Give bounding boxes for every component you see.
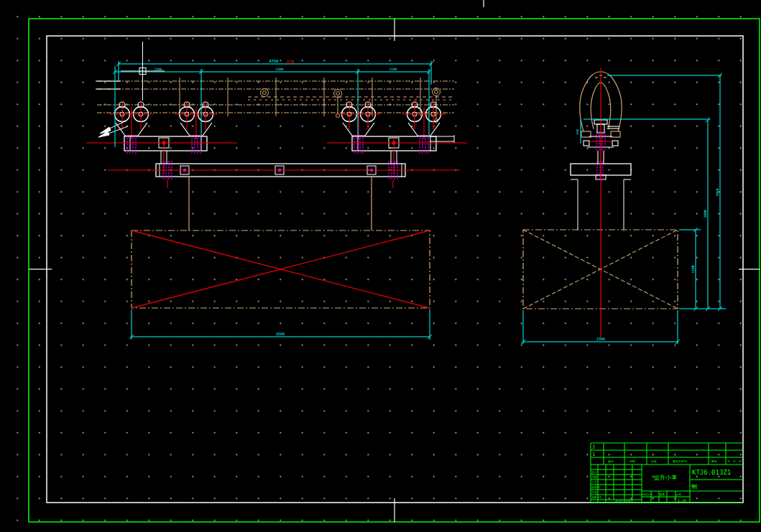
hdr-sign: 签名 [711,459,717,463]
sheet-frame [29,0,760,522]
cad-workspace[interactable]: 4780 总长 1300 2380 1100 4500 [0,0,761,532]
dim-overall-note: 总长 [285,59,295,64]
hdr-zone: 分区 [651,459,657,463]
rail-end-detail [96,81,121,89]
row-standard: 标准化 [591,485,600,490]
crosshair-cursor [121,42,165,101]
record-label: 借(通)用件登记 [615,499,634,503]
row-approve: 批准 [591,490,597,494]
dim-side-box-height: 1100 [691,265,695,273]
misc-label: 底图总号 [591,496,602,499]
drawing-canvas[interactable]: 4780 总长 1300 2380 1100 4500 [0,0,761,532]
stage-mark: 阶段标记 [642,493,653,496]
trolley-2 [175,101,218,139]
rev-row-1: 1 [592,452,595,457]
material-value: 钢 [691,483,697,490]
sheet-inner-frame [47,36,743,503]
drawing-number: KTJ6.013Z1 [692,469,731,476]
dim-box-width: 4500 [276,332,285,336]
front-dimensions [113,61,433,340]
dim-side-box-width: 2300 [596,337,605,341]
dim-seg1: 1300 [154,67,162,71]
title-block: 2 1 标记 处数 分区 更改文件号 签名 年、月、日 设计 审核 工艺 标准化… [591,443,743,503]
centering-marks [29,0,760,522]
dim-side-total-height: 3950 [716,188,719,196]
leader-arrows [98,121,128,137]
dim-overall: 4780 [269,59,278,63]
scale-value: 1:10 [678,498,686,503]
stage-weight: 重量 [660,493,665,496]
hdr-date: 年、月、日 [727,459,742,463]
trolley-4 [402,101,446,139]
sheet-outer-border [29,19,760,522]
front-view: 4780 总长 1300 2380 1100 4500 [86,59,467,340]
load-straps [189,177,372,230]
hdr-mark: 标记 [608,459,614,464]
trolley-1 [110,101,153,139]
side-view: 350 1100 2800 3950 2300 [521,68,726,344]
rev-row-2: 2 [592,444,595,450]
hdr-count: 处数 [629,459,635,463]
row-check: 审核 [591,475,597,479]
dim-spreader: 350 [576,129,579,135]
load-box-front [132,230,430,308]
dim-side-inner-height: 2800 [704,210,707,218]
row-process: 工艺 [591,480,597,484]
trolley-3 [337,101,380,139]
upper-beams [86,136,467,174]
part-name: 提升小车 [654,475,677,481]
hdr-docno: 更改文件号 [673,459,687,463]
row-design: 设计 [591,470,597,474]
stage-scale: 比例 [676,493,682,496]
lower-beam [108,161,460,188]
beam-posts [161,151,397,164]
dim-seg3: 1100 [389,67,397,71]
dim-seg2: 2380 [276,67,284,71]
